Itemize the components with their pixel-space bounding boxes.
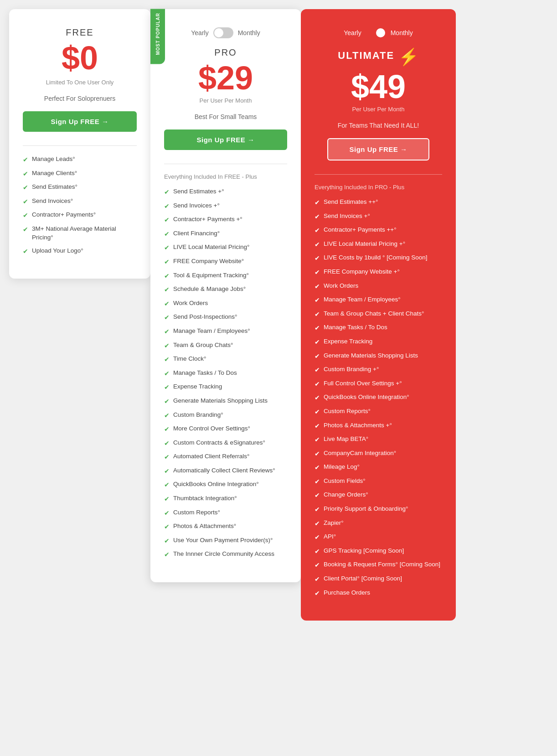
free-feature-list: ✔Manage Leads°✔Manage Clients°✔Send Esti… (23, 155, 137, 256)
feature-text: Send Estimates° (32, 183, 77, 192)
pro-divider (164, 164, 287, 164)
free-plan-card: FREE $0 Limited To One User Only Perfect… (9, 9, 150, 279)
list-item: ✔Automated Client Referrals° (164, 452, 287, 462)
check-icon: ✔ (315, 268, 320, 277)
free-plan-name: FREE (23, 27, 137, 38)
feature-text: Photos & Attachments +° (324, 421, 392, 430)
ultimate-toggle-switch[interactable] (366, 27, 386, 38)
list-item: ✔The Innner Circle Community Access (164, 550, 287, 559)
feature-text: Change Orders° (324, 491, 368, 499)
check-icon: ✔ (315, 422, 320, 431)
list-item: ✔Client Portal° [Coming Soon] (315, 575, 442, 584)
list-item: ✔CompanyCam Integration° (315, 449, 442, 459)
list-item: ✔Custom Reports° (164, 508, 287, 518)
check-icon: ✔ (315, 380, 320, 389)
feature-text: Team & Group Chats + Client Chats° (324, 310, 424, 318)
check-icon: ✔ (164, 202, 170, 211)
list-item: ✔Manage Leads° (23, 155, 137, 165)
list-item: ✔More Control Over Settings° (164, 425, 287, 434)
feature-text: Client Financing° (173, 229, 220, 238)
check-icon: ✔ (315, 338, 320, 347)
check-icon: ✔ (164, 397, 170, 406)
ultimate-divider (315, 174, 442, 175)
pro-plan-price: $29 (164, 62, 287, 94)
check-icon: ✔ (164, 550, 170, 559)
list-item: ✔Work Orders (315, 282, 442, 291)
list-item: ✔Team & Group Chats° (164, 341, 287, 351)
feature-text: Contractor+ Payments +° (173, 215, 242, 224)
check-icon: ✔ (315, 533, 320, 542)
ultimate-feature-list: ✔Send Estimates ++°✔Send Invoices +°✔Con… (315, 198, 442, 598)
check-icon: ✔ (315, 352, 320, 361)
list-item: ✔Schedule & Manage Jobs° (164, 285, 287, 295)
feature-text: Thumbtack Integration° (173, 494, 237, 503)
ultimate-signup-button[interactable]: Sign Up FREE → (327, 138, 429, 161)
check-icon: ✔ (315, 491, 320, 500)
feature-text: Send Post-Inspections° (173, 313, 237, 321)
list-item: ✔Send Invoices +° (164, 202, 287, 211)
check-icon: ✔ (23, 225, 28, 234)
list-item: ✔Change Orders° (315, 491, 442, 500)
check-icon: ✔ (315, 561, 320, 570)
list-item: ✔Live Map BETA° (315, 435, 442, 445)
pro-signup-button[interactable]: Sign Up FREE → (164, 129, 287, 150)
pro-toggle-switch[interactable] (213, 27, 233, 38)
feature-text: Booking & Request Forms° [Coming Soon] (324, 560, 440, 569)
check-icon: ✔ (23, 211, 28, 220)
check-icon: ✔ (164, 313, 170, 322)
check-icon: ✔ (315, 505, 320, 514)
feature-text: Custom Contracts & eSignatures° (173, 439, 265, 447)
check-icon: ✔ (164, 300, 170, 309)
feature-text: LIVE Local Material Pricing +° (324, 240, 405, 249)
feature-text: Upload Your Logo° (32, 247, 83, 255)
check-icon: ✔ (164, 355, 170, 364)
list-item: ✔FREE Company Website +° (315, 268, 442, 277)
feature-text: QuickBooks Online Integration° (173, 480, 259, 489)
list-item: ✔Use Your Own Payment Provider(s)° (164, 536, 287, 546)
list-item: ✔Custom Branding° (164, 411, 287, 420)
list-item: ✔Send Post-Inspections° (164, 313, 287, 322)
check-icon: ✔ (315, 212, 320, 222)
list-item: ✔Expense Tracking (164, 383, 287, 392)
check-icon: ✔ (315, 408, 320, 417)
ultimate-plan-period: Per User Per Month (315, 106, 442, 113)
check-icon: ✔ (164, 216, 170, 225)
feature-text: Work Orders (173, 299, 208, 308)
check-icon: ✔ (23, 197, 28, 207)
feature-text: Custom Branding +° (324, 365, 379, 374)
check-icon: ✔ (164, 453, 170, 462)
list-item: ✔LIVE Local Material Pricing° (164, 243, 287, 253)
list-item: ✔Client Financing° (164, 229, 287, 239)
list-item: ✔FREE Company Website° (164, 257, 287, 267)
check-icon: ✔ (315, 282, 320, 291)
feature-text: Contractor+ Payments ++° (324, 226, 397, 234)
feature-text: Expense Tracking (324, 337, 372, 346)
list-item: ✔Manage Tasks / To Dos (164, 369, 287, 378)
list-item: ✔GPS Tracking [Coming Soon] (315, 547, 442, 556)
pricing-container: FREE $0 Limited To One User Only Perfect… (9, 9, 548, 621)
check-icon: ✔ (164, 411, 170, 420)
list-item: ✔Send Estimates° (23, 183, 137, 192)
pro-toggle-yearly-label: Yearly (191, 29, 208, 36)
ultimate-everything-plus: Everything Included In PRO - Plus (315, 184, 442, 191)
ultimate-toggle-knob (376, 28, 385, 37)
feature-text: Purchase Orders (324, 589, 370, 597)
feature-text: Manage Team / Employees° (324, 295, 401, 304)
ultimate-toggle-yearly-label: Yearly (344, 29, 361, 36)
list-item: ✔Contractor+ Payments ++° (315, 226, 442, 235)
feature-text: Manage Clients° (32, 169, 77, 178)
list-item: ✔Upload Your Logo° (23, 247, 137, 256)
feature-text: Send Invoices° (32, 197, 73, 206)
check-icon: ✔ (164, 243, 170, 253)
check-icon: ✔ (164, 425, 170, 434)
feature-text: Custom Fields° (324, 477, 366, 486)
pro-toggle-knob (214, 28, 223, 37)
check-icon: ✔ (315, 547, 320, 556)
feature-text: CompanyCam Integration° (324, 449, 396, 458)
pro-feature-list: ✔Send Estimates +°✔Send Invoices +°✔Cont… (164, 187, 287, 559)
list-item: ✔Photos & Attachments +° (315, 421, 442, 431)
free-signup-button[interactable]: Sign Up FREE → (23, 111, 137, 132)
list-item: ✔Team & Group Chats + Client Chats° (315, 310, 442, 319)
list-item: ✔Send Estimates ++° (315, 198, 442, 207)
list-item: ✔Generate Materials Shopping Lists (164, 397, 287, 406)
